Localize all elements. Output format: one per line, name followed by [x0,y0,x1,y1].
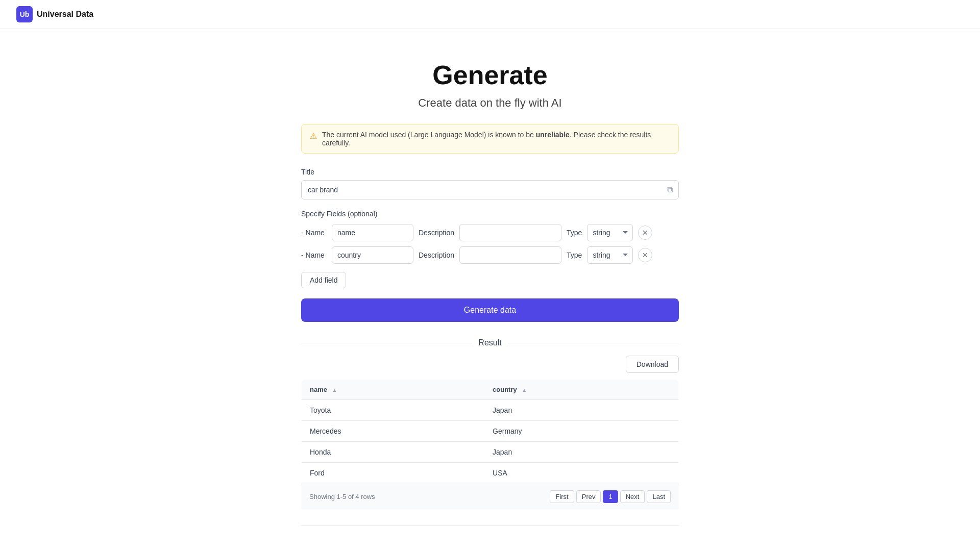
result-section: Result Download name ▲ country ▲ Toyota [301,338,679,509]
result-title: Result [478,338,501,347]
table-row: Honda Japan [302,442,679,463]
result-divider: Result [301,338,679,347]
result-table: name ▲ country ▲ Toyota Japan Mercedes G… [301,379,679,484]
generate-form: Title ⧉ Specify Fields (optional) - Name… [301,168,679,338]
table-col-country[interactable]: country ▲ [484,380,678,400]
field-desc-input-2[interactable] [459,246,561,264]
sort-icon-country: ▲ [522,387,527,393]
next-page-button[interactable]: Next [620,490,645,503]
download-button[interactable]: Download [626,356,679,373]
remove-field-btn-2[interactable]: ✕ [638,248,652,262]
field-name-input-1[interactable] [332,224,413,241]
main-content: Generate Create data on the fly with AI … [0,29,980,546]
footer-divider [301,525,679,526]
cell-country-4: USA [484,463,678,484]
table-header-row: name ▲ country ▲ [302,380,679,400]
sort-icon-name: ▲ [332,387,337,393]
add-field-button[interactable]: Add field [301,272,346,288]
table-row: Toyota Japan [302,400,679,421]
field-desc-input-1[interactable] [459,224,561,241]
generate-data-button[interactable]: Generate data [301,298,679,322]
title-label: Title [301,168,679,176]
pagination-controls: First Prev 1 Next Last [550,490,671,503]
title-input[interactable] [301,180,679,199]
page-subtitle: Create data on the fly with AI [418,96,561,110]
table-row: Ford USA [302,463,679,484]
first-page-button[interactable]: First [550,490,574,503]
logo-icon: Ub [16,6,33,22]
header: Ub Universal Data [0,0,980,29]
cell-name-1: Toyota [302,400,485,421]
title-input-wrapper: ⧉ [301,180,679,199]
cell-country-1: Japan [484,400,678,421]
table-row: Mercedes Germany [302,421,679,442]
prev-page-button[interactable]: Prev [576,490,601,503]
field-row-1: - Name Description Type string number bo… [301,224,679,241]
cell-name-3: Honda [302,442,485,463]
logo: Ub Universal Data [16,6,93,22]
field-desc-label-2: Description [419,251,454,259]
field-type-label-2: Type [567,251,582,259]
field-name-label-2: - Name [301,251,327,259]
field-row-2: - Name Description Type string number bo… [301,246,679,264]
specify-fields-label: Specify Fields (optional) [301,210,679,218]
table-col-name[interactable]: name ▲ [302,380,485,400]
page-title: Generate [432,60,547,90]
field-desc-label-1: Description [419,229,454,237]
download-row: Download [301,356,679,373]
cell-name-2: Mercedes [302,421,485,442]
warning-text: The current AI model used (Large Languag… [322,131,670,147]
pagination-row: Showing 1-5 of 4 rows First Prev 1 Next … [301,484,679,509]
cell-name-4: Ford [302,463,485,484]
current-page-button[interactable]: 1 [603,490,618,503]
remove-field-btn-1[interactable]: ✕ [638,226,652,240]
app-name: Universal Data [37,10,93,19]
last-page-button[interactable]: Last [647,490,671,503]
cell-country-3: Japan [484,442,678,463]
field-name-label-1: - Name [301,229,327,237]
cell-country-2: Germany [484,421,678,442]
warning-icon: ⚠ [310,131,317,141]
field-type-label-1: Type [567,229,582,237]
showing-text: Showing 1-5 of 4 rows [309,493,375,500]
copy-icon: ⧉ [667,185,673,194]
field-name-input-2[interactable] [332,246,413,264]
field-type-select-2[interactable]: string number boolean [587,246,633,264]
warning-banner: ⚠ The current AI model used (Large Langu… [301,124,679,154]
field-type-select-1[interactable]: string number boolean [587,224,633,241]
